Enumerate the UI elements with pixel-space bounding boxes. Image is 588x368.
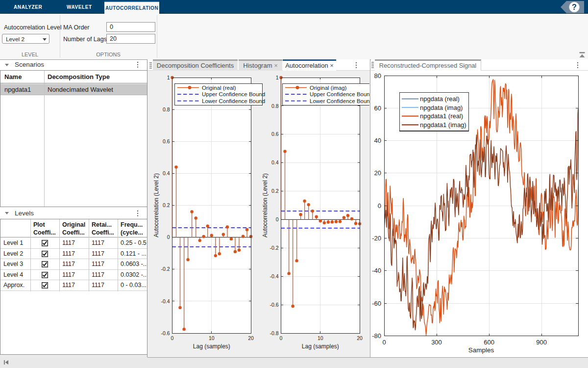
svg-text:Upper Confidence Bound: Upper Confidence Bound [310,91,369,97]
svg-text:300: 300 [431,339,442,346]
svg-text:Lag (samples): Lag (samples) [193,343,230,350]
svg-text:Original (real): Original (real) [202,85,236,91]
svg-text:npgdata (real): npgdata (real) [420,95,460,103]
svg-text:1: 1 [276,75,279,80]
svg-text:-80: -80 [372,332,381,340]
svg-text:Original (imag): Original (imag) [310,85,347,91]
svg-text:80: 80 [374,72,381,79]
svg-text:10: 10 [209,335,215,341]
svg-text:-40: -40 [372,267,381,274]
svg-text:npgdata (imag): npgdata (imag) [420,104,463,111]
svg-text:600: 600 [484,339,494,346]
svg-text:0.2: 0.2 [271,188,279,194]
svg-text:0.2: 0.2 [163,202,170,208]
svg-text:0.4: 0.4 [271,159,279,165]
svg-text:0: 0 [382,339,386,346]
svg-text:Upper Confidence Bound: Upper Confidence Bound [202,91,265,97]
svg-text:0: 0 [167,234,170,240]
svg-text:20: 20 [357,335,363,341]
svg-text:0: 0 [276,216,279,222]
svg-text:Lower Confidence Bound: Lower Confidence Bound [202,98,265,104]
svg-text:-0.6: -0.6 [270,302,278,308]
svg-text:Autocorrelation (Level 2): Autocorrelation (Level 2) [262,173,269,237]
svg-text:0: 0 [378,202,381,210]
svg-text:0.4: 0.4 [163,170,170,176]
svg-text:0.8: 0.8 [163,106,170,112]
svg-text:-0.2: -0.2 [161,266,170,272]
svg-text:npgdata1 (imag): npgdata1 (imag) [420,121,466,129]
svg-text:-0.2: -0.2 [270,245,278,251]
svg-text:60: 60 [374,105,381,112]
svg-text:-60: -60 [372,300,381,307]
svg-text:900: 900 [536,339,547,346]
svg-text:-0.8: -0.8 [270,330,278,336]
svg-text:20: 20 [248,335,254,341]
svg-text:0.6: 0.6 [163,138,170,144]
svg-text:1: 1 [167,75,170,80]
svg-text:-0.4: -0.4 [270,273,278,279]
svg-text:npgdata1 (real): npgdata1 (real) [420,112,463,120]
svg-text:40: 40 [374,137,381,144]
svg-text:-0.4: -0.4 [161,298,170,304]
svg-text:20: 20 [374,169,381,177]
svg-text:-20: -20 [372,235,381,242]
svg-text:Samples: Samples [468,346,494,354]
svg-text:0.8: 0.8 [271,103,279,109]
svg-text:0.6: 0.6 [271,131,279,137]
svg-text:0: 0 [171,335,174,341]
svg-text:-0.6: -0.6 [161,330,170,336]
svg-text:Lag (samples): Lag (samples) [302,343,339,350]
svg-text:Lower Confidence Bound: Lower Confidence Bound [310,98,369,104]
svg-text:0: 0 [280,335,283,341]
svg-text:?: ? [572,3,577,11]
svg-text:10: 10 [318,335,323,341]
svg-text:Autocorrelation (Level 2): Autocorrelation (Level 2) [153,173,160,237]
